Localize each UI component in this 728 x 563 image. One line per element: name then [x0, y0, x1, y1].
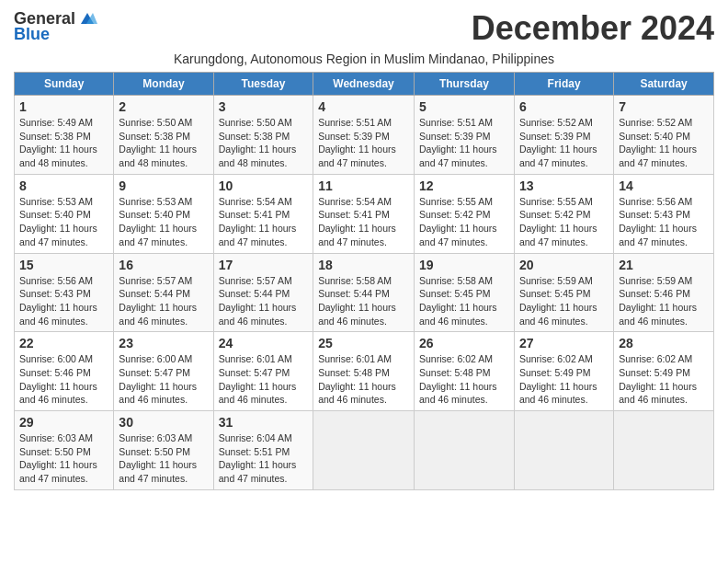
calendar-cell: 28Sunrise: 6:02 AMSunset: 5:49 PMDayligh…	[614, 332, 714, 411]
day-info: Sunrise: 5:49 AMSunset: 5:38 PMDaylight:…	[19, 116, 108, 170]
day-number: 5	[419, 99, 509, 114]
calendar-cell: 13Sunrise: 5:55 AMSunset: 5:42 PMDayligh…	[514, 174, 613, 253]
day-info: Sunrise: 5:54 AMSunset: 5:41 PMDaylight:…	[219, 195, 308, 249]
day-number: 11	[318, 178, 409, 193]
calendar-cell: 18Sunrise: 5:58 AMSunset: 5:44 PMDayligh…	[313, 253, 415, 332]
calendar-cell: 24Sunrise: 6:01 AMSunset: 5:47 PMDayligh…	[213, 332, 313, 411]
day-number: 21	[619, 258, 709, 272]
day-number: 13	[519, 178, 609, 193]
day-number: 26	[419, 336, 509, 350]
calendar-cell: 9Sunrise: 5:53 AMSunset: 5:40 PMDaylight…	[114, 174, 213, 253]
calendar-cell: 27Sunrise: 6:02 AMSunset: 5:49 PMDayligh…	[514, 332, 613, 411]
day-number: 25	[318, 336, 409, 350]
day-info: Sunrise: 6:02 AMSunset: 5:49 PMDaylight:…	[619, 352, 709, 407]
day-number: 12	[419, 178, 509, 193]
day-number: 19	[419, 258, 509, 272]
day-number: 27	[519, 336, 609, 350]
day-info: Sunrise: 5:51 AMSunset: 5:39 PMDaylight:…	[318, 116, 409, 170]
header: General Blue December 2024	[14, 9, 714, 48]
day-info: Sunrise: 5:55 AMSunset: 5:42 PMDaylight:…	[419, 195, 509, 249]
calendar-week-row: 15Sunrise: 5:56 AMSunset: 5:43 PMDayligh…	[15, 253, 714, 332]
day-number: 16	[119, 258, 208, 272]
day-info: Sunrise: 5:57 AMSunset: 5:44 PMDaylight:…	[119, 274, 208, 328]
day-number: 8	[19, 178, 108, 193]
calendar-cell: 12Sunrise: 5:55 AMSunset: 5:42 PMDayligh…	[414, 174, 514, 253]
day-info: Sunrise: 6:04 AMSunset: 5:51 PMDaylight:…	[219, 431, 308, 486]
day-number: 3	[219, 99, 308, 114]
calendar-cell: 26Sunrise: 6:02 AMSunset: 5:48 PMDayligh…	[414, 332, 514, 411]
day-info: Sunrise: 5:55 AMSunset: 5:42 PMDaylight:…	[519, 195, 609, 249]
subtitle: Karungdong, Autonomous Region in Muslim …	[14, 52, 714, 66]
day-info: Sunrise: 5:56 AMSunset: 5:43 PMDaylight:…	[619, 195, 709, 249]
calendar-table: SundayMondayTuesdayWednesdayThursdayFrid…	[14, 72, 714, 490]
day-info: Sunrise: 6:00 AMSunset: 5:46 PMDaylight:…	[19, 352, 108, 407]
day-number: 24	[219, 336, 308, 350]
calendar-cell	[514, 411, 613, 490]
day-info: Sunrise: 5:50 AMSunset: 5:38 PMDaylight:…	[119, 116, 208, 170]
day-of-week-wednesday: Wednesday	[313, 73, 415, 96]
day-info: Sunrise: 6:01 AMSunset: 5:48 PMDaylight:…	[318, 352, 409, 407]
day-info: Sunrise: 5:58 AMSunset: 5:44 PMDaylight:…	[318, 274, 409, 328]
calendar-cell: 17Sunrise: 5:57 AMSunset: 5:44 PMDayligh…	[213, 253, 313, 332]
day-number: 10	[219, 178, 308, 193]
day-info: Sunrise: 5:59 AMSunset: 5:45 PMDaylight:…	[519, 274, 609, 328]
calendar-cell: 25Sunrise: 6:01 AMSunset: 5:48 PMDayligh…	[313, 332, 415, 411]
day-number: 20	[519, 258, 609, 272]
day-number: 9	[119, 178, 208, 193]
calendar-cell: 22Sunrise: 6:00 AMSunset: 5:46 PMDayligh…	[15, 332, 114, 411]
day-of-week-sunday: Sunday	[15, 73, 114, 96]
calendar-cell: 8Sunrise: 5:53 AMSunset: 5:40 PMDaylight…	[15, 174, 114, 253]
day-number: 18	[318, 258, 409, 272]
calendar-cell: 2Sunrise: 5:50 AMSunset: 5:38 PMDaylight…	[114, 96, 213, 175]
day-number: 15	[19, 258, 108, 272]
day-number: 4	[318, 99, 409, 114]
calendar-week-row: 22Sunrise: 6:00 AMSunset: 5:46 PMDayligh…	[15, 332, 714, 411]
day-number: 29	[19, 415, 108, 430]
calendar-cell: 14Sunrise: 5:56 AMSunset: 5:43 PMDayligh…	[614, 174, 714, 253]
month-title: December 2024	[472, 9, 714, 48]
day-info: Sunrise: 5:52 AMSunset: 5:39 PMDaylight:…	[519, 116, 609, 170]
calendar-cell: 16Sunrise: 5:57 AMSunset: 5:44 PMDayligh…	[114, 253, 213, 332]
logo: General Blue	[14, 9, 97, 44]
calendar-cell: 10Sunrise: 5:54 AMSunset: 5:41 PMDayligh…	[213, 174, 313, 253]
day-number: 23	[119, 336, 208, 350]
logo-icon	[77, 11, 97, 28]
day-of-week-monday: Monday	[114, 73, 213, 96]
day-info: Sunrise: 5:52 AMSunset: 5:40 PMDaylight:…	[619, 116, 709, 170]
day-number: 31	[219, 415, 308, 430]
calendar-cell: 31Sunrise: 6:04 AMSunset: 5:51 PMDayligh…	[213, 411, 313, 490]
calendar-cell: 6Sunrise: 5:52 AMSunset: 5:39 PMDaylight…	[514, 96, 613, 175]
day-number: 7	[619, 99, 709, 114]
calendar-cell: 21Sunrise: 5:59 AMSunset: 5:46 PMDayligh…	[614, 253, 714, 332]
calendar-cell: 20Sunrise: 5:59 AMSunset: 5:45 PMDayligh…	[514, 253, 613, 332]
calendar-cell: 3Sunrise: 5:50 AMSunset: 5:38 PMDaylight…	[213, 96, 313, 175]
calendar-cell	[414, 411, 514, 490]
day-info: Sunrise: 5:56 AMSunset: 5:43 PMDaylight:…	[19, 274, 108, 328]
day-of-week-tuesday: Tuesday	[213, 73, 313, 96]
day-info: Sunrise: 6:03 AMSunset: 5:50 PMDaylight:…	[119, 431, 208, 486]
day-of-week-thursday: Thursday	[414, 73, 514, 96]
calendar-cell: 7Sunrise: 5:52 AMSunset: 5:40 PMDaylight…	[614, 96, 714, 175]
calendar-cell: 15Sunrise: 5:56 AMSunset: 5:43 PMDayligh…	[15, 253, 114, 332]
calendar-cell: 1Sunrise: 5:49 AMSunset: 5:38 PMDaylight…	[15, 96, 114, 175]
day-info: Sunrise: 5:53 AMSunset: 5:40 PMDaylight:…	[19, 195, 108, 249]
calendar-cell	[614, 411, 714, 490]
calendar-cell: 29Sunrise: 6:03 AMSunset: 5:50 PMDayligh…	[15, 411, 114, 490]
day-info: Sunrise: 6:02 AMSunset: 5:49 PMDaylight:…	[519, 352, 609, 407]
calendar-cell: 19Sunrise: 5:58 AMSunset: 5:45 PMDayligh…	[414, 253, 514, 332]
day-info: Sunrise: 6:00 AMSunset: 5:47 PMDaylight:…	[119, 352, 208, 407]
calendar-cell: 23Sunrise: 6:00 AMSunset: 5:47 PMDayligh…	[114, 332, 213, 411]
logo-blue: Blue	[14, 25, 50, 44]
day-number: 28	[619, 336, 709, 350]
day-info: Sunrise: 6:03 AMSunset: 5:50 PMDaylight:…	[19, 431, 108, 486]
day-info: Sunrise: 5:53 AMSunset: 5:40 PMDaylight:…	[119, 195, 208, 249]
day-info: Sunrise: 6:02 AMSunset: 5:48 PMDaylight:…	[419, 352, 509, 407]
calendar-cell: 30Sunrise: 6:03 AMSunset: 5:50 PMDayligh…	[114, 411, 213, 490]
day-info: Sunrise: 5:58 AMSunset: 5:45 PMDaylight:…	[419, 274, 509, 328]
calendar-header-row: SundayMondayTuesdayWednesdayThursdayFrid…	[15, 73, 714, 96]
day-info: Sunrise: 5:50 AMSunset: 5:38 PMDaylight:…	[219, 116, 308, 170]
day-info: Sunrise: 5:54 AMSunset: 5:41 PMDaylight:…	[318, 195, 409, 249]
calendar-week-row: 29Sunrise: 6:03 AMSunset: 5:50 PMDayligh…	[15, 411, 714, 490]
day-number: 1	[19, 99, 108, 114]
calendar-week-row: 8Sunrise: 5:53 AMSunset: 5:40 PMDaylight…	[15, 174, 714, 253]
